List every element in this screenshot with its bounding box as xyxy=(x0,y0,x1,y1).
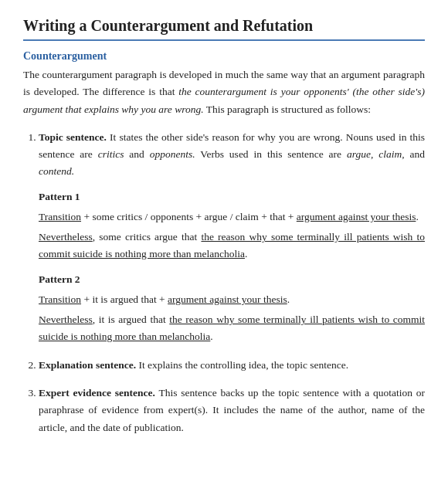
pattern-1-block: Pattern 1 Transition + some critics / op… xyxy=(39,188,425,263)
pattern-2-arg: argument against your thesis xyxy=(168,293,287,305)
pattern-1-line2: Nevertheless, some critics argue that th… xyxy=(39,229,425,263)
list-item-3-label: Expert evidence sentence. xyxy=(39,387,155,399)
list-item: Expert evidence sentence. This sentence … xyxy=(39,385,425,436)
pattern-2-text1: + it is argued that + xyxy=(81,293,168,305)
pattern-2-line2: Nevertheless, it is argued that the reas… xyxy=(39,311,425,346)
pattern-1-title: Pattern 1 xyxy=(39,188,425,205)
pattern-1-text2: , some critics argue that xyxy=(93,231,202,243)
pattern-2-title: Pattern 2 xyxy=(39,271,425,288)
pattern-2-block: Pattern 2 Transition + it is argued that… xyxy=(39,271,425,346)
pattern-1-nevertheless: Nevertheless xyxy=(39,231,93,243)
list-item: Topic sentence. It states the other side… xyxy=(39,129,425,346)
list-item-2-text: It explains the controlling idea, the to… xyxy=(138,359,348,371)
pattern-1-transition: Transition xyxy=(39,211,81,222)
list-item-2-label: Explanation sentence. xyxy=(39,359,136,371)
list-item-1-text2: and xyxy=(124,148,149,160)
section-heading: Counterargument xyxy=(23,50,425,63)
pattern-1-line1: Transition + some critics / opponents + … xyxy=(39,209,425,226)
list-item-1-italic2: opponents. xyxy=(150,148,195,160)
list-item-1-italic3: argue, claim, xyxy=(347,148,405,160)
page-title: Writing a Counterargument and Refutation xyxy=(23,17,425,41)
list-item-1-label: Topic sentence. xyxy=(39,131,107,143)
list-item: Explanation sentence. It explains the co… xyxy=(39,357,425,374)
list-item-1-italic1: critics xyxy=(98,148,124,160)
pattern-2-nevertheless: Nevertheless xyxy=(39,314,93,325)
pattern-1-arg: argument against your thesis xyxy=(297,211,416,222)
pattern-1-text1: + some critics / opponents + argue / cla… xyxy=(81,211,297,222)
intro-text-2: This paragraph is structured as follows: xyxy=(204,103,371,115)
list-item-1-italic4: contend. xyxy=(39,165,74,177)
pattern-2-transition: Transition xyxy=(39,293,81,305)
list-item-1-text4: and xyxy=(405,148,425,160)
counterargument-section: Counterargument The counterargument para… xyxy=(23,50,425,436)
pattern-2-line1: Transition + it is argued that + argumen… xyxy=(39,291,425,308)
intro-paragraph: The counterargument paragraph is develop… xyxy=(23,66,425,118)
list-item-1-text3: Verbs used in this sentence are xyxy=(195,148,347,160)
pattern-2-text2: , it is argued that xyxy=(93,314,170,325)
main-list: Topic sentence. It states the other side… xyxy=(39,129,425,436)
